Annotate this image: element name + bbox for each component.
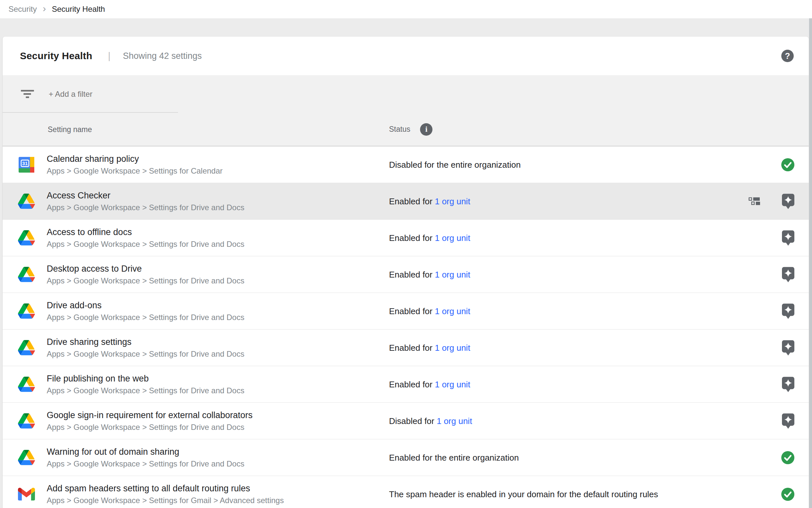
help-icon[interactable]: ? bbox=[781, 50, 794, 62]
table-row[interactable]: Google sign-in requirement for external … bbox=[3, 403, 809, 439]
google-drive-icon bbox=[18, 266, 35, 283]
setting-path: Apps > Google Workspace > Settings for G… bbox=[47, 496, 284, 505]
setting-name[interactable]: Warning for out of domain sharing bbox=[47, 447, 244, 457]
table-row[interactable]: Access Checker Apps > Google Workspace >… bbox=[3, 183, 809, 220]
breadcrumb-current: Security Health bbox=[52, 5, 105, 14]
table-header: Setting name Status i bbox=[3, 113, 809, 146]
org-unit-link[interactable]: 1 org unit bbox=[435, 233, 470, 243]
google-drive-icon bbox=[18, 449, 35, 466]
setting-status: Enabled for 1 org unit bbox=[389, 379, 470, 389]
setting-status: Disabled for 1 org unit bbox=[389, 416, 472, 426]
column-header-setting-name: Setting name bbox=[48, 125, 92, 134]
recommendation-badge-icon[interactable] bbox=[782, 303, 794, 319]
setting-name[interactable]: Add spam headers setting to all default … bbox=[47, 483, 284, 494]
card-header: Security Health | Showing 42 settings ? bbox=[3, 37, 809, 75]
table-row[interactable]: Warning for out of domain sharing Apps >… bbox=[3, 439, 809, 476]
info-icon[interactable]: i bbox=[420, 123, 432, 136]
setting-name[interactable]: Access to offline docs bbox=[47, 227, 244, 237]
org-unit-link[interactable]: 1 org unit bbox=[435, 343, 470, 352]
org-unit-link[interactable]: 1 org unit bbox=[435, 196, 470, 206]
setting-status: Disabled for the entire organization bbox=[389, 160, 521, 170]
table-row[interactable]: File publishing on the web Apps > Google… bbox=[3, 366, 809, 403]
table-row[interactable]: Drive add-ons Apps > Google Workspace > … bbox=[3, 293, 809, 330]
gmail-icon bbox=[18, 486, 35, 503]
google-drive-icon bbox=[18, 413, 35, 429]
setting-status: The spam header is enabled in your domai… bbox=[389, 489, 658, 499]
org-units-icon[interactable] bbox=[749, 198, 760, 205]
org-unit-link[interactable]: 1 org unit bbox=[435, 306, 470, 316]
setting-status: Enabled for 1 org unit bbox=[389, 196, 470, 206]
setting-path: Apps > Google Workspace > Settings for D… bbox=[47, 276, 244, 285]
svg-text:31: 31 bbox=[22, 161, 28, 166]
filter-bar: + Add a filter bbox=[3, 75, 809, 113]
org-unit-link[interactable]: 1 org unit bbox=[437, 416, 472, 426]
google-drive-icon bbox=[18, 376, 35, 393]
setting-path: Apps > Google Workspace > Settings for D… bbox=[47, 386, 244, 395]
setting-path: Apps > Google Workspace > Settings for D… bbox=[47, 240, 244, 249]
recommendation-badge-icon[interactable] bbox=[782, 230, 794, 246]
google-drive-icon bbox=[18, 303, 35, 320]
recommendation-badge-icon[interactable] bbox=[782, 377, 794, 392]
recommendation-badge-icon[interactable] bbox=[782, 194, 794, 209]
setting-name[interactable]: Drive add-ons bbox=[47, 300, 244, 310]
setting-path: Apps > Google Workspace > Settings for D… bbox=[47, 203, 244, 212]
setting-name[interactable]: Calendar sharing policy bbox=[47, 154, 223, 164]
table-row[interactable]: 31 Calendar sharing policy Apps > Google… bbox=[3, 146, 809, 183]
filter-icon bbox=[21, 90, 34, 98]
setting-path: Apps > Google Workspace > Settings for D… bbox=[47, 313, 244, 322]
table-row[interactable]: Add spam headers setting to all default … bbox=[3, 476, 809, 508]
settings-list: 31 Calendar sharing policy Apps > Google… bbox=[3, 146, 809, 508]
org-unit-link[interactable]: 1 org unit bbox=[435, 269, 470, 279]
security-health-card: Security Health | Showing 42 settings ? … bbox=[3, 37, 809, 508]
security-health-page: { "breadcrumb": { "parent": "Security", … bbox=[0, 0, 812, 508]
setting-status: Enabled for 1 org unit bbox=[389, 269, 470, 280]
title-divider: | bbox=[108, 50, 110, 61]
recommendation-badge-icon[interactable] bbox=[782, 267, 794, 282]
settings-count: Showing 42 settings bbox=[123, 51, 202, 61]
setting-status: Enabled for the entire organization bbox=[389, 453, 519, 463]
google-calendar-icon: 31 bbox=[18, 156, 35, 173]
breadcrumb-separator-icon: › bbox=[43, 4, 46, 13]
google-drive-icon bbox=[18, 229, 35, 247]
setting-path: Apps > Google Workspace > Settings for D… bbox=[47, 459, 244, 468]
setting-status: Enabled for 1 org unit bbox=[389, 306, 470, 316]
check-circle-icon bbox=[781, 488, 794, 501]
recommendation-badge-icon[interactable] bbox=[782, 413, 794, 429]
scrollbar[interactable] bbox=[809, 18, 812, 508]
setting-path: Apps > Google Workspace > Settings for D… bbox=[47, 349, 244, 358]
setting-status: Enabled for 1 org unit bbox=[389, 343, 470, 353]
setting-name[interactable]: Desktop access to Drive bbox=[47, 264, 244, 274]
setting-path: Apps > Google Workspace > Settings for C… bbox=[47, 166, 223, 175]
page-title: Security Health bbox=[20, 50, 92, 61]
org-unit-link[interactable]: 1 org unit bbox=[435, 379, 470, 389]
table-row[interactable]: Drive sharing settings Apps > Google Wor… bbox=[3, 330, 809, 366]
recommendation-badge-icon[interactable] bbox=[782, 340, 794, 355]
breadcrumb: Security › Security Health bbox=[0, 0, 812, 18]
setting-name[interactable]: File publishing on the web bbox=[47, 374, 244, 384]
check-circle-icon bbox=[781, 158, 794, 171]
table-row[interactable]: Access to offline docs Apps > Google Wor… bbox=[3, 220, 809, 256]
setting-status: Enabled for 1 org unit bbox=[389, 233, 470, 243]
google-drive-icon bbox=[18, 193, 35, 210]
setting-path: Apps > Google Workspace > Settings for D… bbox=[47, 423, 252, 432]
add-filter-button[interactable]: + Add a filter bbox=[49, 90, 92, 99]
setting-name[interactable]: Google sign-in requirement for external … bbox=[47, 410, 252, 420]
breadcrumb-parent-link[interactable]: Security bbox=[8, 5, 37, 14]
setting-name[interactable]: Drive sharing settings bbox=[47, 337, 244, 347]
column-header-status: Status i bbox=[389, 123, 432, 136]
google-drive-icon bbox=[18, 339, 35, 356]
table-row[interactable]: Desktop access to Drive Apps > Google Wo… bbox=[3, 256, 809, 293]
setting-name[interactable]: Access Checker bbox=[47, 190, 244, 201]
check-circle-icon bbox=[781, 451, 794, 464]
